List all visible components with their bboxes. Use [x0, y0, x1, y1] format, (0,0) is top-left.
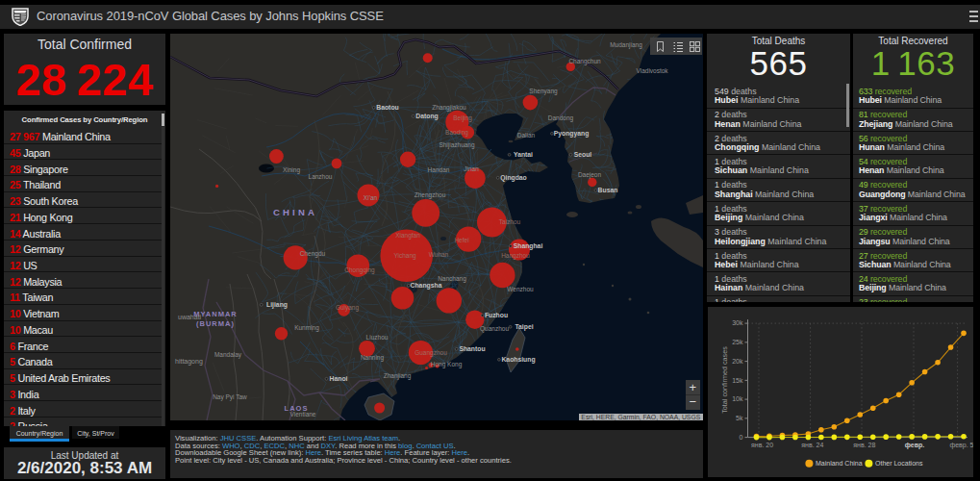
svg-text:Lanzhou: Lanzhou	[309, 173, 333, 180]
svg-text:Changsha: Changsha	[411, 282, 442, 290]
svg-text:Other Locations: Other Locations	[875, 460, 923, 467]
svg-text:Hanoi: Hanoi	[330, 375, 348, 382]
svg-text:hittagong: hittagong	[175, 358, 203, 366]
svg-text:25k: 25k	[732, 339, 743, 345]
svg-text:Zhanjiang: Zhanjiang	[384, 372, 412, 380]
svg-text:Nanning: Nanning	[361, 354, 385, 362]
svg-text:Mandalay: Mandalay	[214, 351, 242, 359]
svg-text:Kaohsiung: Kaohsiung	[501, 356, 535, 364]
svg-text:февр.: февр.	[905, 442, 925, 449]
svg-text:LAOS: LAOS	[285, 404, 309, 413]
svg-text:Daejeon: Daejeon	[578, 171, 602, 179]
svg-text:Taipei: Taipei	[515, 323, 533, 331]
svg-text:Zhangjiakou: Zhangjiakou	[432, 104, 466, 112]
svg-text:Datong: Datong	[415, 113, 438, 120]
svg-text:Wuhan: Wuhan	[429, 251, 449, 258]
svg-text:Chongqing: Chongqing	[344, 266, 375, 274]
svg-text:uwahati: uwahati	[178, 314, 202, 320]
svg-text:Baoding: Baoding	[445, 129, 468, 137]
svg-text:(BURMA): (BURMA)	[196, 319, 235, 328]
svg-text:0: 0	[740, 434, 743, 441]
svg-text:5k: 5k	[736, 415, 743, 421]
svg-text:Busan: Busan	[598, 187, 618, 193]
svg-text:Shijiazhuang: Shijiazhuang	[439, 141, 475, 149]
svg-text:Liuzhou: Liuzhou	[366, 334, 389, 341]
svg-text:Xining: Xining	[283, 166, 300, 174]
svg-text:февр. 5: февр. 5	[949, 442, 973, 449]
svg-text:Hefei: Hefei	[454, 237, 468, 243]
svg-text:Changchun: Changchun	[568, 58, 601, 65]
svg-text:30k: 30k	[732, 319, 743, 326]
svg-text:Qingdao: Qingdao	[500, 174, 527, 182]
svg-text:Xiangfan: Xiangfan	[395, 232, 420, 240]
svg-text:10k: 10k	[732, 395, 743, 402]
svg-text:Kunming: Kunming	[294, 324, 319, 332]
svg-text:Handan: Handan	[428, 166, 450, 173]
svg-text:Chengdu: Chengdu	[300, 250, 326, 258]
svg-text:Yantai: Yantai	[514, 151, 533, 158]
svg-text:Jinan: Jinan	[464, 165, 479, 172]
svg-text:Zhengzhou: Zhengzhou	[415, 191, 446, 199]
svg-text:Total confirmed cases: Total confirmed cases	[720, 346, 729, 414]
svg-text:Wenzhou: Wenzhou	[507, 286, 534, 292]
svg-text:Mudanjiang: Mudanjiang	[610, 41, 642, 49]
svg-text:Pyongyang: Pyongyang	[554, 130, 590, 138]
svg-text:20k: 20k	[732, 358, 743, 365]
svg-text:CHINA: CHINA	[273, 207, 317, 217]
svg-text:Yichang: Yichang	[393, 252, 416, 260]
svg-text:Nanchang: Nanchang	[438, 275, 466, 283]
svg-text:Guiyang: Guiyang	[336, 304, 360, 312]
svg-text:Shantou: Shantou	[459, 345, 485, 352]
svg-text:янв. 20: янв. 20	[751, 442, 773, 448]
svg-text:Guangzhou: Guangzhou	[415, 349, 447, 357]
svg-text:Quanzhou: Quanzhou	[480, 325, 509, 333]
svg-text:Baotou: Baotou	[376, 104, 398, 111]
svg-text:Vladivostok: Vladivostok	[636, 67, 668, 74]
svg-text:Shenyang: Shenyang	[529, 88, 558, 95]
svg-text:15k: 15k	[732, 377, 743, 384]
svg-text:Mainland China: Mainland China	[816, 460, 863, 467]
svg-text:янв. 28: янв. 28	[853, 442, 875, 448]
svg-text:Shanghai: Shanghai	[514, 242, 543, 250]
svg-text:Hong Kong: Hong Kong	[431, 361, 463, 368]
svg-text:Beijing: Beijing	[453, 114, 472, 122]
svg-text:Dandong: Dandong	[548, 114, 574, 122]
svg-text:Dalian: Dalian	[517, 132, 536, 139]
svg-text:Taizhou: Taizhou	[499, 218, 521, 225]
svg-text:Lijiang: Lijiang	[266, 301, 288, 309]
svg-text:янв. 24: янв. 24	[801, 442, 823, 448]
svg-text:Seoul: Seoul	[574, 151, 592, 158]
svg-text:Nay Pyi Taw: Nay Pyi Taw	[213, 393, 247, 401]
svg-text:Hangzhou: Hangzhou	[501, 252, 530, 260]
svg-text:Fuzhou: Fuzhou	[485, 312, 508, 318]
svg-text:Xi'an: Xi'an	[364, 194, 378, 201]
